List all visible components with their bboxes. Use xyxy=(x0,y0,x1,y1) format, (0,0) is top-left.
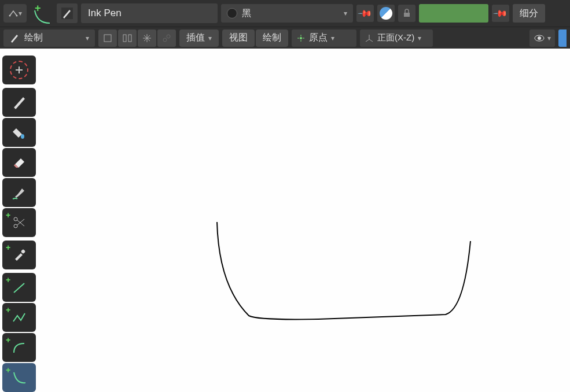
pencil-icon xyxy=(10,94,28,111)
sphere-icon xyxy=(380,7,392,20)
select-stroke-button[interactable] xyxy=(118,29,137,47)
pin-icon: 📌 xyxy=(492,5,509,21)
tool-cutter[interactable]: + xyxy=(2,208,36,237)
svg-point-14 xyxy=(14,224,17,228)
select-between-button[interactable] xyxy=(138,29,156,47)
view-align-dropdown[interactable]: 正面(X-Z) ▾ xyxy=(360,29,433,47)
stroke-icon xyxy=(122,33,133,43)
material-preview-button[interactable] xyxy=(377,5,395,22)
color-swatch xyxy=(227,8,237,19)
plus-icon: + xyxy=(6,243,10,252)
interpolate-dropdown[interactable]: 插值 ▾ xyxy=(179,29,219,47)
draw-button[interactable]: 绘制 xyxy=(256,29,288,47)
header-bar: ▾ + 黑 ▾ 📌 📌 细分 xyxy=(0,0,570,27)
svg-point-7 xyxy=(163,38,167,42)
tool-arc[interactable]: + xyxy=(2,333,36,362)
line-icon xyxy=(10,279,28,296)
bucket-icon xyxy=(10,124,28,141)
pin-button[interactable]: 📌 xyxy=(356,5,374,22)
select-linked-button[interactable] xyxy=(157,29,176,47)
tool-draw[interactable] xyxy=(2,88,36,117)
tool-fill[interactable] xyxy=(2,118,36,147)
svg-point-11 xyxy=(538,36,541,40)
svg-rect-4 xyxy=(104,35,111,42)
tool-tint[interactable] xyxy=(2,178,36,207)
origin-icon xyxy=(296,34,306,43)
mode-dropdown[interactable]: 绘制 ▾ xyxy=(3,29,95,47)
brush-icon xyxy=(10,184,28,201)
draw-label: 绘制 xyxy=(263,32,281,44)
lock-button[interactable] xyxy=(398,5,415,22)
plus-icon: + xyxy=(6,335,10,345)
lock-icon xyxy=(402,9,411,18)
eyedropper-icon xyxy=(10,246,28,264)
eraser-icon xyxy=(10,154,28,171)
layer-name-field[interactable] xyxy=(419,4,488,23)
svg-point-0 xyxy=(9,15,11,17)
panel-edge[interactable] xyxy=(558,29,567,47)
tool-sidebar: + + + + + + xyxy=(2,56,36,392)
brush-icon[interactable] xyxy=(57,3,78,23)
chevron-down-icon: ▾ xyxy=(19,9,22,17)
chevron-down-icon: ▾ xyxy=(418,34,421,42)
pin-icon: 📌 xyxy=(357,5,373,21)
tool-polyline[interactable]: + xyxy=(2,303,36,332)
svg-point-12 xyxy=(21,134,24,139)
plus-icon: + xyxy=(6,365,10,375)
svg-point-9 xyxy=(300,37,302,39)
snap-dropdown[interactable]: ▾ xyxy=(3,4,27,23)
svg-rect-15 xyxy=(21,249,25,254)
select-all-points-button[interactable] xyxy=(98,29,117,47)
align-label: 正面(X-Z) xyxy=(377,32,414,43)
eye-icon xyxy=(534,34,545,42)
plus-icon: + xyxy=(6,305,10,315)
interpolate-label: 插值 xyxy=(186,32,205,44)
link-icon xyxy=(161,33,172,43)
tool-curve[interactable]: + xyxy=(2,363,36,392)
pencil-icon xyxy=(9,33,20,43)
subdivide-button[interactable]: 细分 xyxy=(513,4,545,23)
svg-rect-3 xyxy=(404,13,410,17)
polyline-icon xyxy=(10,309,28,326)
chevron-down-icon: ▾ xyxy=(547,34,551,42)
svg-point-13 xyxy=(14,217,17,221)
color-label: 黑 xyxy=(242,8,339,20)
tool-erase[interactable] xyxy=(2,148,36,177)
svg-point-8 xyxy=(167,35,170,38)
curve-preview: + xyxy=(30,2,53,24)
arc-icon xyxy=(10,339,28,356)
view-button[interactable]: 视图 xyxy=(222,29,255,47)
pin-button-2[interactable]: 📌 xyxy=(492,5,509,22)
visibility-dropdown[interactable]: ▾ xyxy=(529,29,555,47)
origin-label: 原点 xyxy=(309,32,328,44)
subdivide-label: 细分 xyxy=(520,8,538,20)
tool-eyedropper[interactable]: + xyxy=(2,241,36,269)
cursor-3d-icon xyxy=(10,61,28,79)
svg-point-1 xyxy=(16,15,18,17)
tool-cursor[interactable] xyxy=(2,56,36,84)
snowflake-icon xyxy=(142,33,152,43)
chevron-down-icon: ▾ xyxy=(344,9,347,17)
mode-label: 绘制 xyxy=(24,32,81,44)
scissors-icon xyxy=(10,214,28,231)
chevron-down-icon: ▾ xyxy=(86,34,89,42)
drawn-stroke xyxy=(0,49,570,392)
chevron-down-icon: ▾ xyxy=(331,34,334,42)
tool-line[interactable]: + xyxy=(2,273,36,302)
svg-line-16 xyxy=(14,283,24,293)
view-draw-pair: 视图 绘制 xyxy=(222,29,288,47)
curve-icon xyxy=(10,369,28,386)
plus-icon: + xyxy=(6,210,10,220)
view-label: 视图 xyxy=(229,32,248,44)
select-icon xyxy=(102,33,113,43)
origin-dropdown[interactable]: 原点 ▾ xyxy=(292,29,356,47)
brush-name-input[interactable] xyxy=(81,3,218,23)
chevron-down-icon: ▾ xyxy=(208,34,212,42)
color-dropdown[interactable]: 黑 ▾ xyxy=(221,4,353,23)
grid-icon xyxy=(365,34,374,43)
svg-rect-5 xyxy=(123,35,126,42)
svg-rect-6 xyxy=(128,35,131,42)
selection-mode-group xyxy=(98,29,176,47)
plus-icon: + xyxy=(6,275,10,284)
toolbar-secondary: 绘制 ▾ 插值 ▾ 视图 绘制 原点 ▾ 正面(X-Z) xyxy=(0,27,570,49)
